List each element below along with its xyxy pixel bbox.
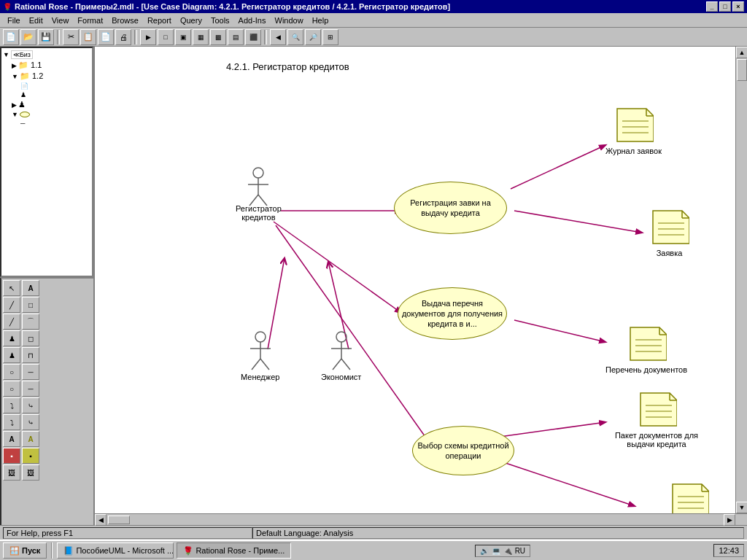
menu-format[interactable]: Format bbox=[73, 15, 107, 26]
taskbar-item-0[interactable]: 📘 ПособиеUML - Microsoft ... bbox=[57, 542, 174, 559]
toolbar-new[interactable]: 📄 bbox=[3, 29, 19, 45]
toolbar-b5[interactable]: ▤ bbox=[228, 29, 244, 45]
tool-actor2[interactable]: ◻ bbox=[22, 330, 39, 346]
tree-item-2-3[interactable]: ▶ ♟ bbox=[3, 99, 90, 110]
actor-manager[interactable]: Менеджер bbox=[241, 331, 279, 381]
tree-item-1[interactable]: ▶ 📁 1.1 bbox=[3, 60, 90, 71]
taskbar-item-1[interactable]: 🌹 Rational Rose - Приме... bbox=[177, 542, 291, 559]
menu-view[interactable]: View bbox=[47, 15, 74, 26]
usecase-scheme[interactable]: Выбор схемы кредитной операции bbox=[412, 426, 514, 475]
menu-help[interactable]: Help bbox=[308, 15, 333, 26]
tool-arc[interactable]: ╱ bbox=[3, 314, 20, 330]
toolbar-arrow[interactable]: ▶ bbox=[140, 29, 156, 45]
tool-select[interactable]: ↖ bbox=[3, 280, 20, 296]
tool-textB[interactable]: A bbox=[22, 431, 39, 447]
tool-rect[interactable]: □ bbox=[22, 297, 39, 313]
toolbar-b2[interactable]: ▣ bbox=[175, 29, 191, 45]
svg-line-24 bbox=[341, 359, 350, 370]
maximize-button[interactable]: □ bbox=[719, 1, 731, 12]
svg-line-23 bbox=[333, 359, 341, 370]
usecase-scheme-ellipse: Выбор схемы кредитной операции bbox=[412, 426, 514, 475]
doc-zayavka[interactable]: Заявка bbox=[649, 207, 689, 257]
menu-report[interactable]: Report bbox=[143, 15, 176, 26]
start-button[interactable]: 🪟 Пуск bbox=[3, 542, 47, 559]
menu-window[interactable]: Window bbox=[271, 15, 308, 26]
tool-actor1[interactable]: ♟ bbox=[3, 330, 20, 346]
toolbar-b1[interactable]: □ bbox=[158, 29, 174, 45]
tool-img2[interactable]: ▪ bbox=[22, 448, 39, 464]
toolbar-paste[interactable]: 📄 bbox=[98, 29, 114, 45]
tree-item-2[interactable]: ▼ 📁 1.2 bbox=[3, 71, 90, 82]
menu-edit[interactable]: Edit bbox=[25, 15, 47, 26]
toolbar-print[interactable]: 🖨 bbox=[115, 29, 131, 45]
toolbar-open[interactable]: 📂 bbox=[20, 29, 36, 45]
actor-registrator[interactable]: Регистраторкредитов bbox=[236, 167, 282, 222]
toolbar-zoom-in[interactable]: 🔍 bbox=[287, 29, 303, 45]
menu-addins[interactable]: Add-Ins bbox=[234, 15, 271, 26]
menu-file[interactable]: File bbox=[3, 15, 25, 26]
tree-item-2-2[interactable]: ♟ bbox=[3, 90, 90, 99]
scroll-track-v[interactable] bbox=[736, 58, 747, 502]
vertical-scrollbar[interactable]: ▲ ▼ bbox=[735, 47, 747, 513]
h-scroll-thumb[interactable] bbox=[108, 516, 130, 524]
menu-tools[interactable]: Tools bbox=[206, 15, 234, 26]
doc-journal[interactable]: Журнал заявок bbox=[605, 105, 662, 155]
toolbar-back[interactable]: ◀ bbox=[270, 29, 286, 45]
tool-textA[interactable]: A bbox=[3, 431, 20, 447]
minimize-button[interactable]: _ bbox=[706, 1, 718, 12]
horizontal-scrollbar[interactable]: ◀ ▶ bbox=[95, 514, 735, 525]
tool-img4[interactable]: 🖼 bbox=[22, 464, 39, 481]
scroll-right-button[interactable]: ▶ bbox=[724, 514, 735, 526]
tree-item-2-1[interactable]: 📄 bbox=[3, 82, 90, 90]
svg-marker-31 bbox=[653, 211, 689, 244]
tool-img3[interactable]: 🖼 bbox=[3, 464, 20, 481]
toolbar-b4[interactable]: ▩ bbox=[210, 29, 226, 45]
status-language: Default Language: Analysis bbox=[252, 527, 744, 539]
diagram-area[interactable]: 4.2.1. Регистратор кредитов bbox=[95, 47, 735, 513]
tool-ellipse2[interactable]: ○ bbox=[3, 381, 20, 397]
tool-arrow1[interactable]: ⤵ bbox=[3, 397, 20, 413]
toolbar-copy[interactable]: 📋 bbox=[80, 29, 96, 45]
scroll-down-button[interactable]: ▼ bbox=[736, 502, 747, 513]
tool-row-7: ○ ─ bbox=[3, 381, 92, 397]
tool-line[interactable]: ╱ bbox=[3, 297, 20, 313]
tool-ellipse[interactable]: ○ bbox=[3, 364, 20, 380]
tree-item-root[interactable]: ▼ ≪Биз bbox=[3, 50, 90, 60]
menu-query[interactable]: Query bbox=[176, 15, 206, 26]
usecase-registration-label: Регистрация завки на выдачу кредита bbox=[398, 198, 503, 219]
toolbar-b3[interactable]: ▦ bbox=[193, 29, 209, 45]
tree-item-oval[interactable]: ▼ bbox=[3, 110, 90, 119]
tree-view[interactable]: ▼ ≪Биз ▶ 📁 1.1 ▼ 📁 1.2 📄 ♟ ▶ ♟ ▼ bbox=[0, 47, 93, 277]
menu-browse[interactable]: Browse bbox=[107, 15, 143, 26]
usecase-documents[interactable]: Выдача перечня документов для получения … bbox=[398, 287, 507, 340]
tool-arc2[interactable]: ⌒ bbox=[22, 314, 39, 330]
doc-paket[interactable]: Пакет документов для выдачи кредита bbox=[609, 389, 704, 448]
usecase-registration[interactable]: Регистрация завки на выдачу кредита bbox=[394, 182, 507, 234]
doc-perechen[interactable]: Перечень документов bbox=[605, 324, 687, 374]
tool-text[interactable]: A bbox=[22, 280, 39, 296]
tool-actor3[interactable]: ♟ bbox=[3, 347, 20, 363]
tool-row-3: ╱ ⌒ bbox=[3, 314, 92, 330]
scroll-thumb-v[interactable] bbox=[737, 59, 747, 81]
toolbar-zoom-out[interactable]: 🔎 bbox=[305, 29, 321, 45]
svg-line-8 bbox=[500, 422, 605, 437]
tool-arrow3[interactable]: ⤵ bbox=[3, 414, 20, 430]
toolbar-cut[interactable]: ✂ bbox=[63, 29, 79, 45]
toolbar-fit[interactable]: ⊞ bbox=[322, 29, 338, 45]
tree-item-leaf[interactable]: ─ bbox=[3, 119, 90, 128]
app-icon: 🌹 bbox=[3, 3, 12, 11]
tool-hline[interactable]: ─ bbox=[22, 364, 39, 380]
tool-arrow2[interactable]: ⤷ bbox=[22, 397, 39, 413]
scroll-up-button[interactable]: ▲ bbox=[736, 47, 747, 58]
tool-hline2[interactable]: ─ bbox=[22, 381, 39, 397]
tool-arrow4[interactable]: ⤷ bbox=[22, 414, 39, 430]
close-button[interactable]: × bbox=[732, 1, 744, 12]
scroll-left-button[interactable]: ◀ bbox=[95, 514, 107, 526]
tool-img1[interactable]: ▪ bbox=[3, 448, 20, 464]
toolbar-b6[interactable]: ⬛ bbox=[245, 29, 261, 45]
actor-economist[interactable]: Экономист bbox=[321, 331, 361, 381]
toolbar-save[interactable]: 💾 bbox=[38, 29, 54, 45]
tool-box[interactable]: ⊓ bbox=[22, 347, 39, 363]
diagram-and-scroll: 4.2.1. Регистратор кредитов bbox=[95, 47, 747, 513]
doc-schema[interactable]: Схема кредитной операции bbox=[642, 481, 735, 513]
